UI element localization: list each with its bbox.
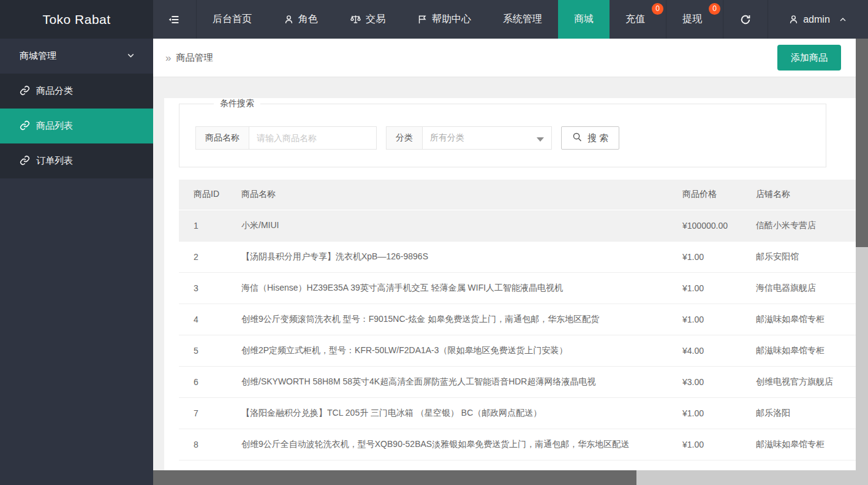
nav-item-label: 充值 [625,13,645,26]
column-header-id: 商品ID [179,180,227,210]
cell-shop-name: 邮乐安阳馆 [741,241,856,272]
cell-goods-id: 8 [179,429,227,460]
admin-username: admin [803,14,830,25]
sidebar-toggle-button[interactable] [153,0,197,39]
cell-goods-id: 4 [179,304,227,335]
table-row: 2 【汤阴县积分用户专享】洗衣机XpB—126-9896S ¥1.00 邮乐安阳… [179,241,856,272]
nav-item-system[interactable]: 系统管理 [487,0,558,39]
column-header-name: 商品名称 [227,180,668,210]
cell-shop-name: 信酷小米专营店 [741,210,856,241]
nav-item-label: 商城 [574,13,594,26]
table-row: 6 创维/SKYWORTH 58H8M 58英寸4K超高清全面屏防蓝光人工智能语… [179,366,856,397]
app-logo: Toko Rabat [0,0,153,39]
search-button-label: 搜 索 [587,132,608,144]
flag-icon [417,14,428,25]
cell-goods-id: 6 [179,366,227,397]
sidebar-item-label: 商品列表 [36,120,73,132]
cell-shop-name: 邮乐洛阳 [741,397,856,429]
goods-name-group: 商品名称 [195,126,377,150]
search-panel: 条件搜索 商品名称 分类 所有分类 [179,98,826,167]
admin-menu[interactable]: admin [768,0,868,39]
cell-goods-price: ¥4.00 [668,335,741,366]
nav-item-recharge[interactable]: 充值 0 [609,0,666,39]
column-header-shop: 店铺名称 [741,180,856,210]
sidebar-group-label: 商城管理 [20,50,56,62]
search-button[interactable]: 搜 索 [561,126,619,150]
category-select[interactable]: 所有分类 [422,126,552,150]
content-scroll-area: » 商品管理 添加商品 条件搜索 商品名称 分类 所有分类 [153,39,856,485]
nav-item-mall[interactable]: 商城 [558,0,609,39]
cell-shop-name: 创维电视官方旗舰店 [741,366,856,397]
link-icon [20,120,30,132]
sidebar: 商城管理 商品分类 商品列表 [0,39,153,485]
cell-goods-id: 5 [179,335,227,366]
horizontal-scrollbar[interactable] [153,470,868,485]
nav-item-withdraw[interactable]: 提现 0 [666,0,723,39]
vertical-scrollbar[interactable] [856,39,868,485]
cell-goods-price: ¥1.00 [668,397,741,429]
cell-shop-name: 邮滋味如皋馆专柜 [741,429,856,460]
cell-shop-name: 海信电器旗舰店 [741,272,856,304]
category-selected-value: 所有分类 [430,132,464,143]
hamburger-icon [168,13,181,26]
scale-icon [350,13,361,25]
sidebar-item-label: 订单列表 [36,155,73,167]
goods-name-input[interactable] [249,126,377,150]
page-title: 商品管理 [176,52,213,64]
cell-goods-name: 创维9公斤变频滚筒洗衣机 型号：F9015NC-炫金 如皋免费送货上门，南通包邮… [227,304,668,335]
user-icon [284,14,294,25]
cell-goods-price: ¥1.00 [668,241,741,272]
main-content: » 商品管理 添加商品 条件搜索 商品名称 分类 所有分类 [153,39,868,485]
table-row: 3 海信（Hisense）HZ39E35A 39英寸高清手机交互 轻薄金属 WI… [179,272,856,304]
breadcrumb: » 商品管理 [165,52,213,64]
nav-item-label: 角色 [298,13,318,26]
add-goods-button[interactable]: 添加商品 [777,45,841,71]
cell-goods-id: 7 [179,397,227,429]
refresh-icon [739,13,752,26]
search-panel-legend: 条件搜索 [214,98,260,109]
category-group: 分类 所有分类 [386,126,552,150]
cell-goods-price: ¥100000.00 [668,210,741,241]
nav-item-home[interactable]: 后台首页 [197,0,268,39]
cell-goods-id: 2 [179,241,227,272]
breadcrumb-chevrons-icon: » [165,53,171,63]
horizontal-scrollbar-thumb[interactable] [153,470,636,485]
nav-item-label: 帮助中心 [432,13,471,26]
cell-goods-name: 【洛阳金融积分兑换】TCL 205升 三门电冰箱 （星空银） BC（邮政网点配送… [227,397,668,429]
cell-goods-price: ¥1.00 [668,304,741,335]
table-row: 8 创维9公斤全自动波轮洗衣机，型号XQB90-52BAS淡雅银如皋免费送货上门… [179,429,856,460]
withdraw-badge: 0 [709,3,720,15]
refresh-button[interactable] [723,0,768,39]
cell-goods-name: 创维/SKYWORTH 58H8M 58英寸4K超高清全面屏防蓝光人工智能语音H… [227,366,668,397]
vertical-scrollbar-thumb[interactable] [856,39,868,247]
table-row: 1 小米/MIUI ¥100000.00 信酷小米专营店 [179,210,856,241]
cell-goods-name: 创维2P定频立式柜机，型号：KFR-50LW/F2DA1A-3（限如皋地区免费送… [227,335,668,366]
cell-goods-id: 1 [179,210,227,241]
chevron-up-icon [838,15,848,25]
sidebar-item-order-list[interactable]: 订单列表 [0,143,153,178]
table-header-row: 商品ID 商品名称 商品价格 店铺名称 [179,180,856,210]
cell-goods-price: ¥1.00 [668,272,741,304]
caret-down-icon [537,137,544,142]
sidebar-group-mall-management[interactable]: 商城管理 [0,39,153,74]
cell-goods-price: ¥1.00 [668,429,741,460]
table-row: 7 【洛阳金融积分兑换】TCL 205升 三门电冰箱 （星空银） BC（邮政网点… [179,397,856,429]
recharge-badge: 0 [652,3,663,15]
nav-item-trade[interactable]: 交易 [334,0,401,39]
category-label: 分类 [386,126,422,150]
chevron-down-icon [126,50,136,63]
nav-item-roles[interactable]: 角色 [268,0,334,39]
goods-name-label: 商品名称 [195,126,249,150]
sidebar-item-goods-category[interactable]: 商品分类 [0,74,153,109]
cell-goods-price: ¥3.00 [668,366,741,397]
sidebar-submenu: 商品分类 商品列表 订单列表 [0,74,153,178]
nav-item-help-center[interactable]: 帮助中心 [401,0,487,39]
table-row: 4 创维9公斤变频滚筒洗衣机 型号：F9015NC-炫金 如皋免费送货上门，南通… [179,304,856,335]
cell-goods-name: 小米/MIUI [227,210,668,241]
page-header: » 商品管理 添加商品 [153,39,856,77]
search-icon [572,132,583,144]
link-icon [20,155,30,167]
goods-card: 条件搜索 商品名称 分类 所有分类 [164,98,856,485]
sidebar-item-goods-list[interactable]: 商品列表 [0,109,153,143]
nav-item-label: 后台首页 [213,13,252,26]
